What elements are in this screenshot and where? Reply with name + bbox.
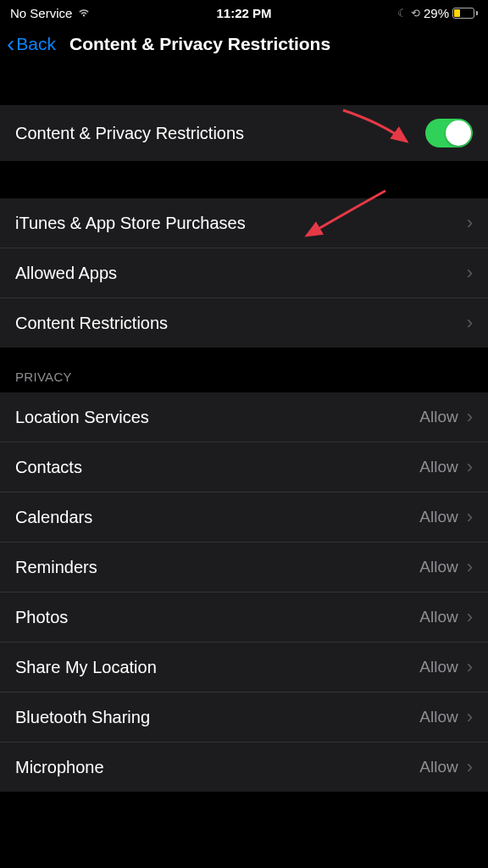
chevron-right-icon: ›	[467, 406, 473, 428]
row-value: Allow	[419, 408, 458, 426]
lock-rotation-icon: ⟲	[411, 7, 420, 19]
chevron-right-icon: ›	[467, 606, 473, 628]
share-my-location-row[interactable]: Share My Location Allow ›	[0, 643, 488, 693]
chevron-right-icon: ›	[467, 506, 473, 528]
chevron-right-icon: ›	[467, 212, 473, 234]
content-restrictions-row[interactable]: Content Restrictions ›	[0, 298, 488, 348]
nav-bar: ‹ Back Content & Privacy Restrictions	[0, 24, 488, 68]
chevron-right-icon: ›	[467, 312, 473, 334]
privacy-section-header: Privacy	[0, 348, 488, 392]
content-privacy-toggle-row[interactable]: Content & Privacy Restrictions	[0, 105, 488, 161]
calendars-row[interactable]: Calendars Allow ›	[0, 492, 488, 542]
toggle-label: Content & Privacy Restrictions	[15, 124, 244, 143]
back-button[interactable]: ‹ Back	[7, 32, 56, 56]
chevron-left-icon: ‹	[7, 32, 14, 56]
battery-icon	[452, 8, 478, 19]
row-value: Allow	[419, 658, 458, 676]
toggle-switch[interactable]	[425, 119, 473, 147]
reminders-row[interactable]: Reminders Allow ›	[0, 542, 488, 593]
contacts-row[interactable]: Contacts Allow ›	[0, 442, 488, 492]
page-title: Content & Privacy Restrictions	[69, 34, 330, 54]
row-value: Allow	[419, 758, 458, 776]
battery-pct: 29%	[424, 6, 449, 20]
row-value: Allow	[419, 708, 458, 726]
carrier-text: No Service	[10, 6, 72, 20]
row-value: Allow	[419, 608, 458, 626]
bluetooth-sharing-row[interactable]: Bluetooth Sharing Allow ›	[0, 693, 488, 743]
row-label: iTunes & App Store Purchases	[15, 214, 246, 233]
row-label: Reminders	[15, 558, 97, 577]
chevron-right-icon: ›	[467, 706, 473, 728]
row-label: Bluetooth Sharing	[15, 708, 150, 727]
row-label: Share My Location	[15, 658, 157, 677]
row-label: Allowed Apps	[15, 264, 117, 283]
section-gap	[0, 68, 488, 105]
itunes-appstore-row[interactable]: iTunes & App Store Purchases ›	[0, 198, 488, 248]
row-label: Microphone	[15, 758, 104, 777]
row-label: Calendars	[15, 508, 92, 527]
row-label: Contacts	[15, 458, 82, 477]
chevron-right-icon: ›	[467, 262, 473, 284]
status-time: 11:22 PM	[216, 6, 271, 20]
moon-icon: ☾	[397, 7, 408, 19]
chevron-right-icon: ›	[467, 456, 473, 478]
allowed-apps-row[interactable]: Allowed Apps ›	[0, 248, 488, 298]
section-gap	[0, 161, 488, 198]
status-right: ☾ ⟲ 29%	[397, 6, 478, 20]
privacy-group: Location Services Allow › Contacts Allow…	[0, 392, 488, 792]
photos-row[interactable]: Photos Allow ›	[0, 593, 488, 643]
chevron-right-icon: ›	[467, 556, 473, 578]
back-label: Back	[16, 34, 56, 54]
wifi-icon	[77, 6, 91, 20]
purchases-group: iTunes & App Store Purchases › Allowed A…	[0, 198, 488, 348]
chevron-right-icon: ›	[467, 656, 473, 678]
row-label: Content Restrictions	[15, 314, 168, 333]
toggle-group: Content & Privacy Restrictions	[0, 105, 488, 161]
location-services-row[interactable]: Location Services Allow ›	[0, 392, 488, 442]
row-value: Allow	[419, 558, 458, 576]
status-bar: No Service 11:22 PM ☾ ⟲ 29%	[0, 0, 488, 24]
status-left: No Service	[10, 6, 91, 20]
row-value: Allow	[419, 458, 458, 476]
chevron-right-icon: ›	[467, 756, 473, 778]
microphone-row[interactable]: Microphone Allow ›	[0, 743, 488, 792]
row-value: Allow	[419, 508, 458, 526]
toggle-knob	[446, 120, 471, 146]
row-label: Location Services	[15, 408, 149, 427]
row-label: Photos	[15, 608, 68, 627]
